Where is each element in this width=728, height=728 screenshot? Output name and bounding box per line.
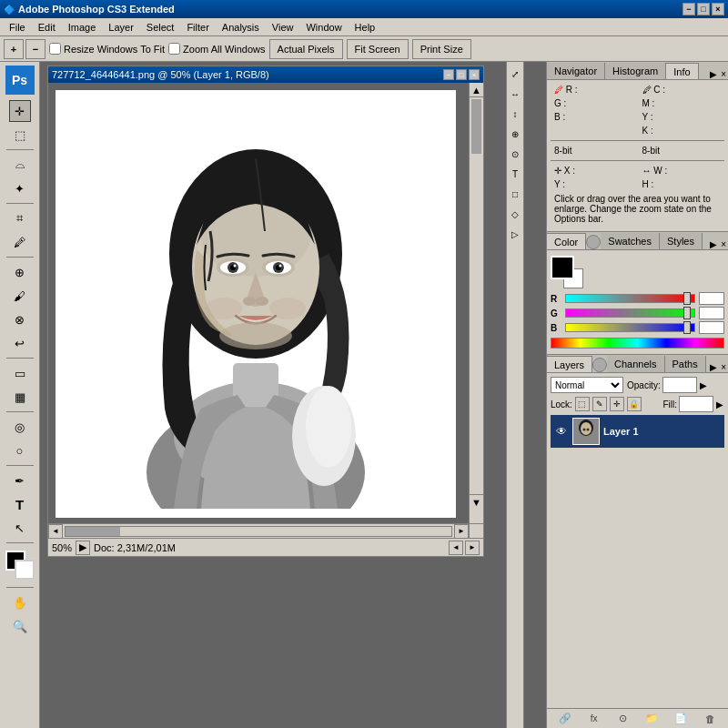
tool-lasso[interactable]: ⌓ xyxy=(9,154,31,176)
tool-magic-wand[interactable]: ✦ xyxy=(9,177,31,199)
zoom-arrow-button[interactable]: ▶ xyxy=(76,541,90,555)
tool-path-select[interactable]: ↖ xyxy=(9,517,31,539)
tool-marquee[interactable]: ⬚ xyxy=(9,124,31,146)
tool-crop[interactable]: ⌗ xyxy=(9,207,31,229)
doc-controls[interactable]: − □ × xyxy=(443,69,480,80)
zoom-all-checkbox[interactable] xyxy=(168,43,180,55)
mini-tool-6[interactable]: T xyxy=(507,166,523,182)
tool-gradient[interactable]: ▦ xyxy=(9,386,31,408)
menu-analysis[interactable]: Analysis xyxy=(217,20,265,35)
scroll-thumb-vertical[interactable] xyxy=(471,99,481,154)
title-bar-controls[interactable]: − □ × xyxy=(682,3,724,15)
color-panel-menu[interactable]: ▶ xyxy=(710,239,717,249)
tool-eraser[interactable]: ▭ xyxy=(9,362,31,384)
print-size-button[interactable]: Print Size xyxy=(412,39,471,59)
tool-brush[interactable]: 🖌 xyxy=(9,285,31,307)
tool-hand[interactable]: ✋ xyxy=(9,592,31,613)
layer-item-1[interactable]: 👁 Layer 1 xyxy=(551,415,724,448)
fill-input[interactable]: 100% xyxy=(679,396,713,412)
color-spectrum[interactable] xyxy=(551,338,724,349)
color-b-input[interactable]: 255 xyxy=(699,321,724,334)
tab-color[interactable]: Color xyxy=(547,233,586,249)
lock-transparent-icon[interactable]: ⬚ xyxy=(575,397,590,411)
lock-image-icon[interactable]: ✎ xyxy=(592,397,607,411)
menu-window[interactable]: Window xyxy=(300,20,347,35)
mini-tool-2[interactable]: ↔ xyxy=(507,86,523,102)
layers-panel-menu[interactable]: ▶ xyxy=(710,362,717,372)
color-b-slider[interactable] xyxy=(565,323,695,332)
doc-scrollbar-right[interactable]: ▲ ▼ xyxy=(469,83,483,523)
layer-new-group-icon[interactable]: 📁 xyxy=(643,711,660,727)
doc-close[interactable]: × xyxy=(469,69,480,80)
blend-mode-select[interactable]: Normal Multiply Screen xyxy=(551,377,623,393)
color-panel-close[interactable]: × xyxy=(721,239,726,249)
color-g-input[interactable]: 255 xyxy=(699,307,724,319)
tab-channels[interactable]: Channels xyxy=(607,356,664,372)
tab-styles[interactable]: Styles xyxy=(660,233,703,249)
color-r-slider[interactable] xyxy=(565,294,695,303)
mini-tool-1[interactable]: ⤢ xyxy=(507,66,523,82)
layer-delete-icon[interactable]: 🗑 xyxy=(702,711,718,727)
tool-blur[interactable]: ◎ xyxy=(9,416,31,438)
layer-mask-icon[interactable]: ⊙ xyxy=(615,711,632,727)
tool-move[interactable]: ✛ xyxy=(9,100,31,122)
menu-file[interactable]: File xyxy=(4,20,31,35)
resize-windows-label[interactable]: Resize Windows To Fit xyxy=(49,43,165,55)
menu-view[interactable]: View xyxy=(267,20,299,35)
mini-tool-8[interactable]: ◇ xyxy=(507,206,523,222)
doc-maximize[interactable]: □ xyxy=(456,69,467,80)
tab-histogram[interactable]: Histogram xyxy=(605,63,666,79)
color-fg-swatch[interactable] xyxy=(551,256,574,279)
menu-image[interactable]: Image xyxy=(63,20,102,35)
tool-zoom[interactable]: 🔍 xyxy=(9,615,31,637)
scroll-right-button[interactable]: ► xyxy=(454,524,469,539)
zoom-out-button[interactable]: − xyxy=(25,39,46,59)
color-b-thumb[interactable] xyxy=(683,321,691,334)
scroll-left-button[interactable]: ◄ xyxy=(48,524,63,539)
tool-clone[interactable]: ⊗ xyxy=(9,308,31,330)
menu-edit[interactable]: Edit xyxy=(33,20,61,35)
layer-visibility-icon[interactable]: 👁 xyxy=(554,424,569,439)
scroll-down-button[interactable]: ▼ xyxy=(470,494,483,509)
doc-scrollbar-bottom[interactable]: ◄ ► xyxy=(48,523,483,538)
lock-position-icon[interactable]: ✛ xyxy=(610,397,624,411)
mini-tool-9[interactable]: ▷ xyxy=(507,226,523,242)
info-panel-close[interactable]: × xyxy=(721,69,726,79)
color-r-thumb[interactable] xyxy=(683,292,691,305)
tool-dodge[interactable]: ○ xyxy=(9,440,31,461)
layer-fx-icon[interactable]: fx xyxy=(586,711,602,727)
tool-type[interactable]: T xyxy=(9,493,31,515)
layers-panel-close[interactable]: × xyxy=(721,362,726,372)
tab-paths[interactable]: Paths xyxy=(665,356,706,372)
menu-select[interactable]: Select xyxy=(141,20,180,35)
zoom-all-label[interactable]: Zoom All Windows xyxy=(168,43,265,55)
fit-screen-button[interactable]: Fit Screen xyxy=(347,39,409,59)
scroll-up-button[interactable]: ▲ xyxy=(470,83,483,97)
zoom-in-button[interactable]: + xyxy=(4,39,24,59)
status-next-button[interactable]: ► xyxy=(465,541,480,555)
info-panel-menu[interactable]: ▶ xyxy=(710,69,717,79)
tab-swatches[interactable]: Swatches xyxy=(601,233,660,249)
lock-all-icon[interactable]: 🔒 xyxy=(627,397,642,411)
mini-tool-4[interactable]: ⊕ xyxy=(507,126,523,142)
mini-tool-7[interactable]: □ xyxy=(507,186,523,202)
tool-healing[interactable]: ⊕ xyxy=(9,261,31,283)
menu-layer[interactable]: Layer xyxy=(103,20,139,35)
tool-history[interactable]: ↩ xyxy=(9,332,31,354)
doc-minimize[interactable]: − xyxy=(443,69,454,80)
layer-new-icon[interactable]: 📄 xyxy=(672,711,689,727)
menu-help[interactable]: Help xyxy=(349,20,381,35)
menu-filter[interactable]: Filter xyxy=(181,20,214,35)
color-g-slider[interactable] xyxy=(565,308,695,318)
tab-info[interactable]: Info xyxy=(666,63,698,79)
actual-pixels-button[interactable]: Actual Pixels xyxy=(269,39,343,59)
color-g-thumb[interactable] xyxy=(683,307,691,319)
maximize-button[interactable]: □ xyxy=(697,3,710,15)
mini-tool-5[interactable]: ⊙ xyxy=(507,146,523,162)
mini-tool-3[interactable]: ↕ xyxy=(507,106,523,122)
status-prev-button[interactable]: ◄ xyxy=(449,541,463,555)
scroll-thumb-horizontal[interactable] xyxy=(66,527,120,536)
tool-eyedropper[interactable]: 🖉 xyxy=(9,231,31,253)
tab-layers[interactable]: Layers xyxy=(547,356,592,372)
minimize-button[interactable]: − xyxy=(682,3,695,15)
